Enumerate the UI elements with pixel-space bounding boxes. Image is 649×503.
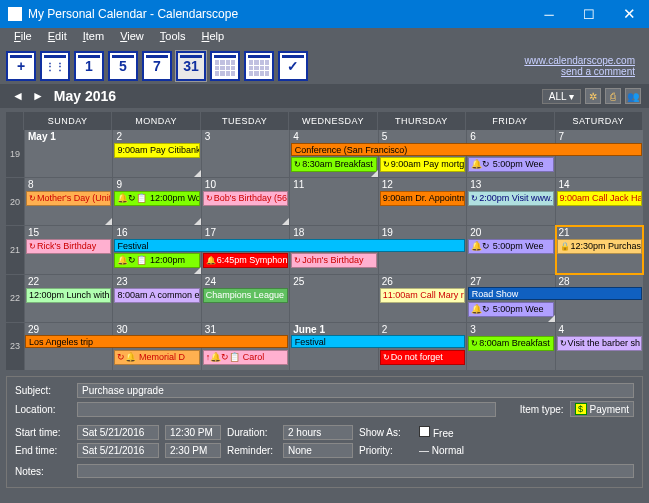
calendar-cell[interactable]: 238:00am A common event [113,275,200,322]
duration-field[interactable]: 2 hours [283,425,353,440]
spanning-event[interactable]: Festival [291,335,465,348]
menu-item[interactable]: Item [75,28,112,48]
maximize-button[interactable]: ☐ [569,0,609,28]
toolbar-day-plus-button[interactable]: + [6,51,36,81]
event-item[interactable]: 9:00am Dr. Appointment [380,191,465,206]
menu-view[interactable]: View [112,28,152,48]
toolbar-1-button[interactable]: 1 [74,51,104,81]
overflow-fold-icon[interactable] [105,218,112,225]
calendar-cell[interactable]: May 1 [25,130,112,177]
event-item[interactable]: ↻Rick's Birthday [26,239,111,254]
event-item[interactable]: 12:00pm Lunch with Carol [26,288,111,303]
event-item[interactable]: 🔔6:45pm Symphony [203,253,288,268]
end-date-field[interactable]: Sat 5/21/2016 [77,443,159,458]
event-item[interactable]: ↻9:00am Pay mortga [380,157,465,172]
subject-field[interactable]: Purchase upgrade [77,383,634,398]
event-item[interactable]: 8:00am A common event [114,288,199,303]
prev-month-button[interactable]: ◄ [8,89,28,103]
overflow-fold-icon[interactable] [194,170,201,177]
event-item[interactable]: ↻8:30am Breakfast [291,157,376,172]
calendar-cell[interactable]: 8↻Mother's Day (United States) [25,178,112,225]
calendar-cell[interactable]: 11 [290,178,377,225]
toolbar-check-button[interactable]: ✓ [278,51,308,81]
overflow-fold-icon[interactable] [282,218,289,225]
people-icon[interactable]: 👥 [625,88,641,104]
filter-all-button[interactable]: ALL ▾ [542,89,581,104]
end-time-field[interactable]: 2:30 PM [165,443,221,458]
calendar-cell[interactable]: 24Champions League Final [202,275,289,322]
event-item[interactable]: 🔒12:30pm Purchase [557,239,642,254]
event-item[interactable]: ↻2:00pm Visit www.dualitysoft [468,191,553,206]
event-item[interactable]: 9:00am Pay Citibank [114,143,199,158]
menu-edit[interactable]: Edit [40,28,75,48]
calendar-cell[interactable]: 21🔒12:30pm Purchase [556,226,643,273]
toolbar-grid1-button[interactable] [210,51,240,81]
day-header: MONDAY [112,112,200,130]
toolbar-grid2-button[interactable] [244,51,274,81]
spanning-event[interactable]: Road Show [468,287,642,300]
calendar-cell[interactable]: 2611:00am Call Mary regarding [379,275,466,322]
payment-icon: $ [575,403,587,415]
spanning-event[interactable]: Conference (San Francisco) [291,143,642,156]
calendar-cell[interactable]: 15↻Rick's Birthday [25,226,112,273]
gear-icon[interactable]: ✲ [585,88,601,104]
reminder-field[interactable]: None [283,443,353,458]
notes-field[interactable] [77,464,634,478]
event-item[interactable]: 🔔↻ 5:00pm Wee [468,239,553,254]
spanning-event[interactable]: Los Angeles trip [25,335,288,348]
overflow-fold-icon[interactable] [371,170,378,177]
event-item[interactable]: 🔔↻📋 12:00pm [114,253,199,268]
start-time-field[interactable]: 12:30 PM [165,425,221,440]
calendar-cell[interactable]: 3 [202,130,289,177]
event-item[interactable]: ↻Do not forget [380,350,465,365]
start-date-field[interactable]: Sat 5/21/2016 [77,425,159,440]
calendar-cell[interactable]: 3↻8:00am Breakfast [467,323,554,370]
event-item[interactable]: Champions League Final [203,288,288,303]
event-item[interactable]: ↻Mother's Day (United States) [26,191,111,206]
toolbar-multiday-button[interactable]: ⋮⋮ [40,51,70,81]
calendar-cell[interactable]: 10↻Bob's Birthday (56 years) [202,178,289,225]
event-item[interactable]: ↻Visit the barber sh [557,336,642,351]
print-icon[interactable]: ⎙ [605,88,621,104]
menu-help[interactable]: Help [193,28,232,48]
toolbar-7-button[interactable]: 7 [142,51,172,81]
event-item[interactable]: ↻Bob's Birthday (56 years) [203,191,288,206]
calendar-cell[interactable]: 25 [290,275,377,322]
week-number: 20 [6,178,24,225]
location-field[interactable] [77,402,496,417]
event-item[interactable]: 9:00am Call Jack Hawkins [557,191,642,206]
calendar-cell[interactable]: 13↻2:00pm Visit www.dualitysoft [467,178,554,225]
calendar-cell[interactable]: 2212:00pm Lunch with Carol [25,275,112,322]
calendar-cell[interactable]: 20🔔↻ 5:00pm Wee [467,226,554,273]
priority-field[interactable]: — Normal [419,445,464,456]
calendar-cell[interactable]: 29:00am Pay Citibank [113,130,200,177]
event-item[interactable]: ↻John's Birthday [291,253,376,268]
minimize-button[interactable]: ─ [529,0,569,28]
spanning-event[interactable]: Festival [114,239,465,252]
toolbar-31-button[interactable]: 31 [176,51,206,81]
event-item[interactable]: ↻🔔 Memorial D [114,350,199,365]
event-item[interactable]: 🔔↻📋 12:00pm Working [114,191,199,206]
overflow-fold-icon[interactable] [548,315,555,322]
calendar-cell[interactable]: 129:00am Dr. Appointment [379,178,466,225]
close-button[interactable]: ✕ [609,0,649,28]
event-item[interactable]: 🔔↻ 5:00pm Wee [468,302,553,317]
calendar-cell[interactable]: 149:00am Call Jack Hawkins [556,178,643,225]
month-title[interactable]: May 2016 [54,88,116,104]
event-item[interactable]: ↑🔔↻📋 Carol [203,350,288,365]
event-item[interactable]: 🔔↻ 5:00pm Wee [468,157,553,172]
next-month-button[interactable]: ► [28,89,48,103]
menu-file[interactable]: File [6,28,40,48]
event-item[interactable]: ↻8:00am Breakfast [468,336,553,351]
overflow-fold-icon[interactable] [194,267,201,274]
calendar-cell[interactable]: 9🔔↻📋 12:00pm Working [113,178,200,225]
calendar-cell[interactable]: 4↻Visit the barber sh [556,323,643,370]
overflow-fold-icon[interactable] [194,218,201,225]
showas-field[interactable]: Free [419,426,454,439]
event-item[interactable]: 11:00am Call Mary regarding [380,288,465,303]
toolbar-5-button[interactable]: 5 [108,51,138,81]
site-link[interactable]: www.calendarscope.com [524,55,635,66]
comment-link[interactable]: send a comment [524,66,635,77]
menu-tools[interactable]: Tools [152,28,194,48]
itemtype-field[interactable]: $Payment [570,401,634,417]
